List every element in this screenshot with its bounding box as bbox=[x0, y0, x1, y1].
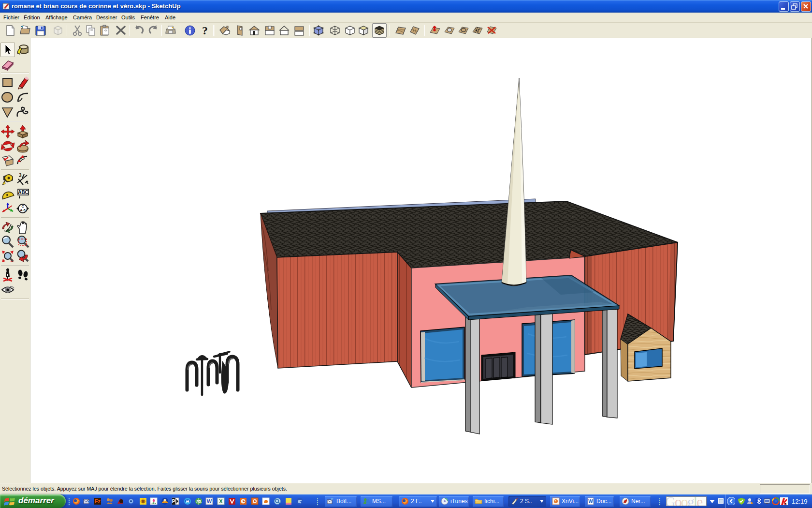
svg-text:P: P bbox=[172, 499, 175, 504]
svg-text:C: C bbox=[21, 205, 24, 208]
svg-text:3: 3 bbox=[19, 173, 22, 178]
svg-text:W: W bbox=[207, 498, 212, 504]
svg-text:e: e bbox=[186, 498, 189, 505]
svg-text:A-5: A-5 bbox=[20, 209, 25, 212]
svg-text:Fz: Fz bbox=[95, 498, 101, 504]
svg-text:X: X bbox=[219, 498, 223, 504]
svg-text:?: ? bbox=[202, 24, 208, 37]
svg-text:W: W bbox=[588, 499, 593, 504]
svg-text:45: 45 bbox=[197, 499, 201, 504]
svg-text:ABC: ABC bbox=[18, 190, 29, 195]
